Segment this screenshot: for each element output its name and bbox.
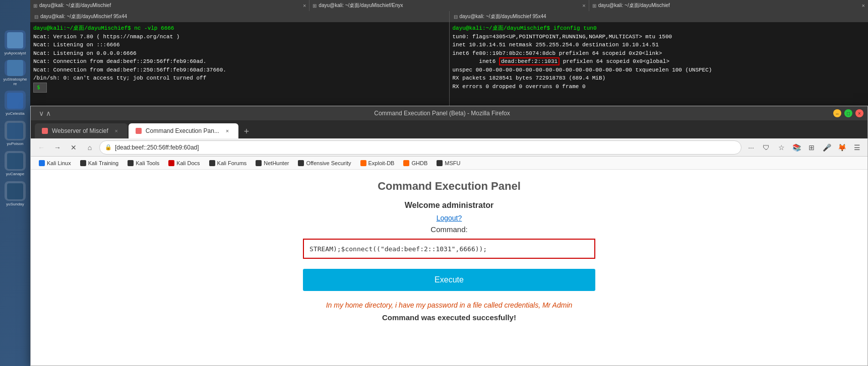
execute-button[interactable]: Execute xyxy=(303,269,595,291)
page-title: Command Execution Panel xyxy=(378,180,521,193)
terminal-r-line-1: dayu@kali:~/桌面/dayuMischief$ ifconfig tu… xyxy=(453,24,865,33)
tab-favicon-1 xyxy=(42,128,48,134)
taskbar-segment-3: ⊞ dayu@kali: ~/桌面/dayuMischief × xyxy=(589,0,868,11)
tab-label-1: Webserver of Miscief xyxy=(52,127,108,134)
browser-toolbar: ← → ✕ ⌂ 🔒 [dead:beef::250:56ff:feb9:60ad… xyxy=(31,138,867,157)
bookmark-ghdb[interactable]: GHDB xyxy=(399,158,431,169)
exploit-db-icon xyxy=(360,160,366,166)
terminal-line-7: /bin/sh: 0: can't access tty; job contro… xyxy=(33,74,446,83)
output-text-line1: In my home directory, i have my password… xyxy=(326,301,573,309)
split-icon-right: ⊟ xyxy=(454,14,458,20)
terminal-line-2: Ncat: Version 7.80 ( https://nmap.org/nc… xyxy=(33,33,446,41)
microphone-button[interactable]: 🎤 xyxy=(820,141,833,154)
taskbar-segment-2: ⊞ dayu@kali: ~/桌面/dayuMischief/Enyx × xyxy=(309,0,589,11)
kali-forums-icon xyxy=(209,160,215,166)
chevron-down-icon: ∨ xyxy=(39,109,44,117)
desktop-icon-yucelestia[interactable]: yuCelestia xyxy=(3,91,28,116)
taskbar-close-2[interactable]: × xyxy=(582,3,585,9)
more-options-button[interactable]: ··· xyxy=(745,141,758,154)
terminal-line-6: Ncat: Connection from dead:beef::250:56f… xyxy=(33,66,446,75)
logout-link[interactable]: Logout? xyxy=(437,214,462,222)
terminal-prompt-line: $ xyxy=(33,83,446,93)
split-icon-left: ⊟ xyxy=(34,14,38,20)
close-button[interactable]: × xyxy=(855,109,863,117)
bookmark-offensive-security[interactable]: Offensive Security xyxy=(294,158,355,169)
terminal-left-content: dayu@kali:~/桌面/dayuMischief$ nc -vlp 666… xyxy=(30,22,449,95)
desktop-icon-yustratosphere[interactable]: yuStratosphe re xyxy=(3,60,28,86)
desktop-icon-yupoison[interactable]: yuPoison xyxy=(3,121,28,146)
browser-tab-webserver[interactable]: Webserver of Miscief × xyxy=(35,123,128,138)
terminal-r-line-7: RX packets 1828541 bytes 722918783 (689.… xyxy=(453,74,865,83)
tab-label-2: Command Execution Pan... xyxy=(146,127,219,134)
terminal-inner-tabs: ⊟ dayu@kali: ~/桌面/dayuMischief 95x44 ⊟ d… xyxy=(30,11,868,22)
bookmark-kali-docs[interactable]: Kali Docs xyxy=(164,158,204,169)
reading-list-button[interactable]: 📚 xyxy=(790,141,803,154)
back-button[interactable]: ← xyxy=(35,141,48,154)
terminal-right-pane[interactable]: dayu@kali:~/桌面/dayuMischief$ ifconfig tu… xyxy=(450,11,869,106)
desktop-icon-yusunday[interactable]: yuSunday xyxy=(3,181,28,206)
desktop-icon-panel: yuApocalyst yuStratosphe re yuCelestia y… xyxy=(0,25,30,206)
bookmark-kali-linux[interactable]: Kali Linux xyxy=(35,158,75,169)
browser-window: ∨ ∧ Command Execution Panel (Beta) - Moz… xyxy=(30,106,868,366)
shield-button[interactable]: 🛡 xyxy=(760,141,773,154)
bookmark-nethunter[interactable]: NetHunter xyxy=(252,158,293,169)
command-input[interactable] xyxy=(303,239,595,259)
toolbar-right-icons: ··· 🛡 ☆ 📚 ⊞ 🎤 🦊 ☰ xyxy=(745,141,863,154)
desktop-icon-yucanape[interactable]: yuCanape xyxy=(3,151,28,176)
bookmark-kali-training[interactable]: Kali Training xyxy=(76,158,123,169)
terminal-right-content: dayu@kali:~/桌面/dayuMischief$ ifconfig tu… xyxy=(450,22,869,93)
maximize-button[interactable]: □ xyxy=(844,109,852,117)
command-label: Command: xyxy=(430,225,467,234)
grid-icon-1: ⊞ xyxy=(33,3,37,9)
bookmarks-bar: Kali Linux Kali Training Kali Tools Kali… xyxy=(31,157,867,170)
terminal-left-pane[interactable]: dayu@kali:~/桌面/dayuMischief$ nc -vlp 666… xyxy=(30,11,450,106)
terminal-r-line-8: RX errors 0 dropped 0 overruns 0 frame 0 xyxy=(453,83,865,91)
new-tab-button[interactable]: + xyxy=(239,124,254,138)
terminal-area: ⊟ dayu@kali: ~/桌面/dayuMischief 95x44 ⊟ d… xyxy=(30,11,868,106)
terminal-line-3: Ncat: Listening on :::6666 xyxy=(33,41,446,49)
bookmark-star-button[interactable]: ☆ xyxy=(775,141,788,154)
kali-training-icon xyxy=(80,160,86,166)
hamburger-menu-button[interactable]: ☰ xyxy=(850,141,863,154)
bookmark-msfu[interactable]: MSFU xyxy=(432,158,464,169)
tab-favicon-2 xyxy=(136,128,142,134)
grid-icon-3: ⊞ xyxy=(592,3,596,9)
window-controls: – □ × xyxy=(833,109,863,117)
command-input-wrapper xyxy=(303,239,595,259)
terminal-r-line-2: tun0: flags=4305<UP,POINTTOPOINT,RUNNING… xyxy=(453,33,865,41)
browser-tab-command[interactable]: Command Execution Pan... × xyxy=(129,123,238,138)
terminal-r-line-5: inet6 dead:beef:2::1031 prefixlen 64 sco… xyxy=(453,57,865,66)
browser-titlebar: ∨ ∧ Command Execution Panel (Beta) - Moz… xyxy=(31,106,867,120)
bookmark-exploit-db[interactable]: Exploit-DB xyxy=(356,158,399,169)
bookmark-kali-forums[interactable]: Kali Forums xyxy=(205,158,251,169)
desktop: yuApocalyst yuStratosphe re yuCelestia y… xyxy=(0,0,868,366)
tab-close-1[interactable]: × xyxy=(112,127,120,135)
reader-view-button[interactable]: ⊞ xyxy=(805,141,818,154)
ghdb-icon xyxy=(403,160,409,166)
taskbar-segment-1: ⊞ dayu@kali: ~/桌面/dayuMischief × xyxy=(30,0,309,11)
tab-close-2[interactable]: × xyxy=(223,127,231,135)
bookmark-kali-tools[interactable]: Kali Tools xyxy=(123,158,163,169)
firefox-icon[interactable]: 🦊 xyxy=(835,141,848,154)
taskbar-close-1[interactable]: × xyxy=(303,3,306,9)
terminal-left-header: ⊟ dayu@kali: ~/桌面/dayuMischief 95x44 xyxy=(30,11,450,22)
page-content: Command Execution Panel Welcome administ… xyxy=(31,170,867,365)
minimize-button[interactable]: – xyxy=(833,109,841,117)
desktop-icon-yuapocalyst[interactable]: yuApocalyst xyxy=(3,30,28,55)
security-icon: 🔒 xyxy=(105,144,112,151)
msfu-icon xyxy=(437,160,443,166)
nethunter-icon xyxy=(256,160,262,166)
reload-button[interactable]: ✕ xyxy=(67,141,80,154)
terminal-line-4: Ncat: Listening on 0.0.0.0:6666 xyxy=(33,49,446,58)
home-button[interactable]: ⌂ xyxy=(83,141,96,154)
browser-title: Command Execution Panel (Beta) - Mozilla… xyxy=(54,110,830,117)
welcome-text: Welcome administrator xyxy=(405,201,494,210)
browser-tabs-bar: Webserver of Miscief × Command Execution… xyxy=(31,120,867,138)
terminal-r-line-4: inet6 fe80::19b7:8b2c:5074:8dcb prefixle… xyxy=(453,49,865,58)
forward-button[interactable]: → xyxy=(51,141,64,154)
address-bar[interactable]: 🔒 [dead:beef::250:56ff:feb9:60ad] xyxy=(99,140,741,155)
kali-docs-icon xyxy=(168,160,174,166)
offensive-security-icon xyxy=(298,160,304,166)
grid-icon-2: ⊞ xyxy=(313,3,317,9)
taskbar-close-3[interactable]: × xyxy=(862,3,865,9)
